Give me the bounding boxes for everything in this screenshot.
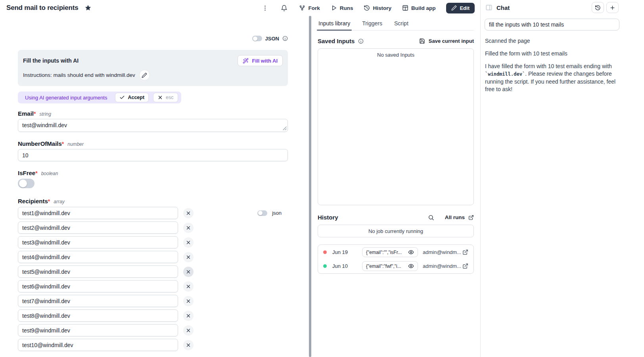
history-runs-list: Jun 19 {"email":"","isFr... admin@windm.…	[318, 244, 474, 274]
save-current-input-label: Save current input	[429, 38, 474, 44]
email-type: string	[39, 111, 51, 117]
recipient-field-9[interactable]	[18, 324, 178, 336]
recipient-row	[18, 265, 288, 278]
build-app-button[interactable]: Build app	[402, 5, 436, 11]
edit-button[interactable]: Edit	[446, 3, 475, 13]
new-chat-button[interactable]	[606, 2, 619, 13]
recipient-row	[18, 251, 288, 263]
save-current-input-button[interactable]: Save current input	[419, 38, 474, 44]
run-date: Jun 10	[332, 263, 354, 269]
remove-recipient-button[interactable]	[183, 223, 194, 233]
remove-recipient-button[interactable]	[183, 267, 194, 277]
run-args-pill[interactable]: {"email":"","isFr...	[362, 247, 418, 257]
recipients-json-toggle[interactable]	[257, 210, 267, 216]
app-window: Send mail to recipients Fork Runs	[0, 0, 644, 357]
recipients-json-toggle-row: json	[257, 210, 282, 216]
remove-recipient-button[interactable]	[183, 281, 194, 292]
email-field-header: Email * string	[18, 110, 288, 117]
close-icon	[186, 298, 191, 304]
open-run-button[interactable]	[462, 249, 468, 255]
remove-recipient-button[interactable]	[183, 208, 194, 218]
history-run-row[interactable]: Jun 19 {"email":"","isFr... admin@windm.…	[318, 245, 473, 259]
recipients-field-header: Recipients * array	[18, 198, 288, 204]
accept-button[interactable]: Accept	[115, 93, 149, 102]
eye-icon[interactable]	[408, 263, 414, 269]
content-row: JSON Fill the inputs with AI Fill with A…	[0, 16, 480, 357]
run-form-panel: JSON Fill the inputs with AI Fill with A…	[0, 16, 309, 357]
remove-recipient-button[interactable]	[183, 252, 194, 262]
edit-instructions-button[interactable]	[139, 70, 150, 80]
fork-button[interactable]: Fork	[299, 5, 320, 11]
history-title: History	[318, 214, 428, 221]
required-asterisk: *	[62, 141, 64, 147]
favorite-star-icon[interactable]	[84, 4, 92, 11]
numberofmails-field[interactable]	[18, 149, 288, 161]
fill-with-ai-box: Fill the inputs with AI Fill with AI Ins…	[18, 50, 288, 86]
recipient-field-2[interactable]	[18, 221, 178, 234]
recipient-field-8[interactable]	[18, 309, 178, 322]
inputs-library-panel: Inputs library Triggers Script Saved Inp…	[311, 16, 480, 357]
isfree-field-header: IsFree * boolean	[18, 170, 288, 176]
tab-inputs-library[interactable]: Inputs library	[318, 20, 350, 30]
required-asterisk: *	[35, 170, 37, 176]
info-icon[interactable]	[358, 38, 364, 44]
ai-box-title: Fill the inputs with AI	[23, 57, 79, 64]
fill-with-ai-button[interactable]: Fill with AI	[238, 55, 283, 66]
all-runs-link[interactable]: All runs	[445, 214, 474, 220]
chat-history-button[interactable]	[592, 2, 604, 13]
panel-right-icon[interactable]	[485, 4, 493, 11]
remove-recipient-button[interactable]	[183, 296, 194, 306]
eye-icon[interactable]	[408, 249, 414, 255]
tab-script[interactable]: Script	[394, 20, 408, 30]
runs-button[interactable]: Runs	[331, 5, 353, 11]
json-view-toggle[interactable]	[252, 36, 262, 41]
chat-panel: Chat Scanned the page Filled the form wi…	[480, 0, 644, 357]
history-icon	[364, 5, 370, 11]
history-run-row[interactable]: Jun 10 {"email":"fwf","i... admin@windm.…	[318, 259, 473, 273]
remove-recipient-button[interactable]	[183, 237, 194, 248]
escape-button[interactable]: esc	[153, 93, 178, 102]
recipient-field-6[interactable]	[18, 280, 178, 292]
isfree-label: IsFree	[18, 170, 35, 176]
plus-icon	[610, 5, 615, 11]
pencil-icon	[451, 5, 457, 11]
recipient-field-5[interactable]	[18, 265, 178, 278]
recipient-row	[18, 280, 288, 292]
runs-label: Runs	[340, 5, 353, 11]
main-region: Send mail to recipients Fork Runs	[0, 0, 480, 357]
resize-handle-icon[interactable]	[283, 126, 287, 130]
search-icon[interactable]	[428, 214, 434, 221]
remove-recipient-button[interactable]	[183, 340, 194, 350]
recipient-field-7[interactable]	[18, 295, 178, 307]
recipient-row: json	[18, 207, 288, 219]
isfree-toggle[interactable]	[18, 179, 34, 188]
recipient-field-3[interactable]	[18, 236, 178, 248]
history-button[interactable]: History	[364, 5, 391, 11]
chat-input[interactable]	[485, 19, 619, 31]
tab-triggers[interactable]: Triggers	[362, 20, 382, 30]
email-field[interactable]: test@windmill.dev	[18, 119, 288, 132]
recipient-field-4[interactable]	[18, 251, 178, 263]
email-label: Email	[18, 110, 34, 117]
recipient-field-10[interactable]	[18, 339, 178, 351]
open-run-button[interactable]	[462, 263, 468, 269]
accept-label: Accept	[128, 95, 144, 100]
notifications-bell-button[interactable]	[280, 4, 288, 12]
required-asterisk: *	[34, 111, 36, 117]
remove-recipient-button[interactable]	[183, 311, 194, 321]
close-icon	[186, 328, 191, 333]
external-link-icon	[462, 249, 468, 255]
no-job-box: No job currently running	[318, 225, 474, 237]
remove-recipient-button[interactable]	[183, 325, 194, 336]
info-icon[interactable]	[282, 36, 288, 41]
more-menu-button[interactable]	[261, 4, 269, 12]
inline-code: `windmill.dev`	[485, 71, 525, 77]
save-icon	[419, 38, 425, 44]
topbar-actions: Fork Runs History Build app Edit	[261, 3, 475, 13]
chat-header: Chat	[485, 0, 619, 15]
history-header: History All runs	[318, 214, 474, 221]
fork-label: Fork	[308, 5, 320, 11]
run-args-pill[interactable]: {"email":"fwf","i...	[362, 261, 418, 271]
recipient-field-1[interactable]	[18, 207, 178, 219]
build-app-icon	[402, 5, 408, 11]
